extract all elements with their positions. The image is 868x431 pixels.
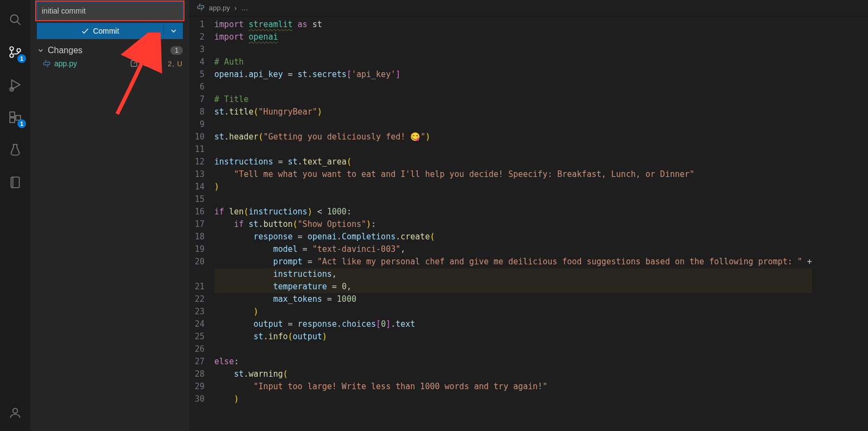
svg-point-3 [10,54,14,58]
svg-rect-7 [10,112,15,117]
file-decoration: 2, U [168,60,183,68]
source-control-panel: Commit Changes 1 app.py 2, U [30,0,189,431]
extensions-badge: 1 [17,119,26,128]
changes-section-header[interactable]: Changes 1 [30,43,189,58]
changes-count-badge: 1 [170,46,183,55]
python-file-icon [197,3,205,12]
breadcrumb-file: app.py [209,4,230,12]
notebook-icon[interactable] [7,174,24,191]
editor: app.py › … 12345678910111213141516171819… [189,0,868,431]
line-number-gutter: 1234567891011121314151617181920212223242… [189,18,214,405]
svg-line-1 [17,22,21,25]
source-control-icon[interactable]: 1 [7,43,24,61]
extensions-icon[interactable]: 1 [7,109,24,126]
code-area[interactable]: 1234567891011121314151617181920212223242… [189,16,868,405]
python-file-icon [42,60,51,67]
commit-message-input[interactable] [37,2,183,20]
commit-dropdown-button[interactable] [163,23,183,39]
run-debug-icon[interactable] [7,76,24,93]
code-content[interactable]: import streamlit as stimport openai# Aut… [214,18,812,405]
search-icon[interactable] [7,11,24,28]
commit-button-label: Commit [93,27,119,35]
open-file-icon[interactable] [130,59,138,68]
activity-bar: 1 1 [0,0,30,431]
svg-rect-8 [10,118,15,123]
stage-changes-icon[interactable] [154,59,162,68]
breadcrumb-sep: › [234,4,237,12]
breadcrumb-tail: … [241,4,248,12]
changes-label: Changes [48,46,82,55]
svg-point-2 [10,47,14,50]
changed-file-row[interactable]: app.py 2, U [30,58,189,69]
chevron-down-icon [37,47,44,54]
svg-line-15 [134,61,137,64]
breadcrumb[interactable]: app.py › … [189,0,868,16]
testing-icon[interactable] [7,141,24,159]
chevron-down-icon [169,27,178,35]
svg-point-0 [10,15,18,22]
commit-button[interactable]: Commit [37,23,163,39]
svg-point-4 [17,49,21,53]
svg-rect-11 [11,177,19,188]
svg-point-13 [13,408,18,413]
changed-file-name: app.py [54,59,126,68]
check-icon [81,27,90,35]
scm-badge: 1 [17,54,26,63]
discard-changes-icon[interactable] [142,59,150,68]
account-icon[interactable] [7,404,24,421]
